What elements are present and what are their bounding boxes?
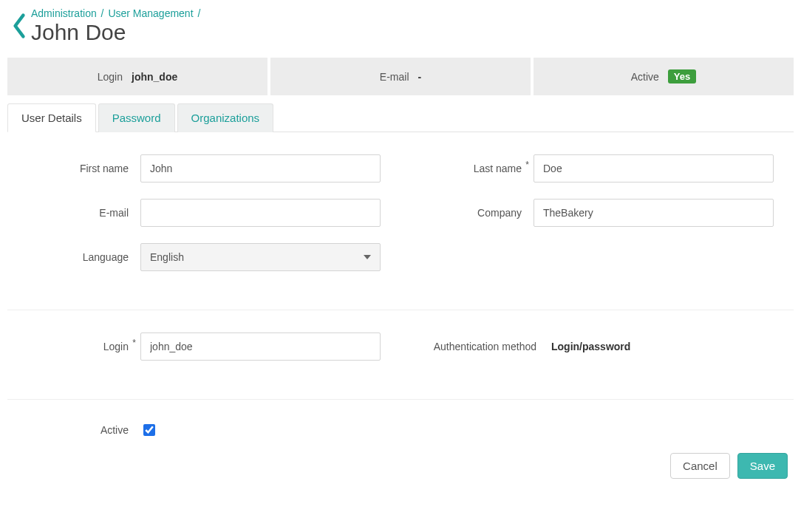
breadcrumb-separator: / [101, 7, 104, 19]
summary-email-value: - [418, 71, 422, 83]
auth-method-value: Login/password [548, 341, 630, 352]
email-label: E-mail [7, 207, 140, 219]
header-text: Administration / User Management / John … [31, 6, 202, 46]
tabs: User Details Password Organizations [7, 103, 794, 132]
active-badge: Yes [668, 69, 696, 83]
language-select-value: English [150, 251, 184, 263]
summary-active: Active Yes [534, 58, 794, 95]
form-auth-section: Login Authentication method Login/passwo… [7, 332, 794, 392]
form-personal-section: First name Last name E-mail Company Lang… [7, 132, 794, 302]
last-name-input[interactable] [534, 154, 774, 183]
last-name-label: Last name [400, 163, 534, 174]
language-label: Language [7, 251, 140, 263]
summary-email: E-mail - [270, 58, 531, 95]
login-input[interactable] [140, 332, 381, 361]
page-title: John Doe [31, 19, 202, 46]
active-checkbox[interactable] [143, 424, 155, 436]
form-active-section: Active [7, 422, 794, 438]
login-label: Login [7, 341, 140, 352]
language-select[interactable]: English [140, 243, 381, 271]
tab-organizations[interactable]: Organizations [177, 103, 274, 132]
tab-user-details[interactable]: User Details [7, 103, 96, 132]
summary-email-label: E-mail [380, 71, 409, 83]
section-divider [7, 399, 794, 400]
company-label: Company [400, 207, 534, 219]
back-button[interactable] [7, 8, 31, 44]
company-input[interactable] [534, 199, 774, 227]
auth-method-label: Authentication method [400, 341, 548, 352]
breadcrumb-administration[interactable]: Administration [31, 7, 97, 19]
first-name-label: First name [7, 163, 140, 174]
summary-row: Login john_doe E-mail - Active Yes [7, 58, 794, 95]
first-name-input[interactable] [140, 154, 381, 183]
action-row: Cancel Save [7, 453, 794, 479]
save-button[interactable]: Save [737, 453, 788, 479]
active-label: Active [7, 424, 140, 436]
cancel-button[interactable]: Cancel [670, 453, 730, 479]
breadcrumb: Administration / User Management / [31, 7, 202, 19]
breadcrumb-separator: / [197, 7, 200, 19]
summary-login-value: john_doe [132, 71, 177, 83]
email-input[interactable] [140, 199, 381, 227]
caret-down-icon [364, 255, 371, 259]
section-divider [7, 310, 794, 310]
chevron-left-icon [11, 13, 27, 39]
summary-login-label: Login [98, 71, 123, 83]
summary-login: Login john_doe [7, 58, 267, 95]
page-header: Administration / User Management / John … [7, 0, 794, 55]
tab-password[interactable]: Password [98, 103, 175, 132]
summary-active-label: Active [631, 71, 659, 83]
breadcrumb-user-management[interactable]: User Management [108, 7, 193, 19]
